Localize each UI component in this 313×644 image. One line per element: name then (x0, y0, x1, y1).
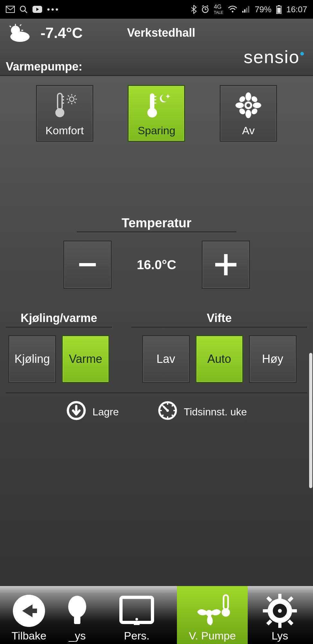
status-left: ••• (6, 5, 60, 14)
screen-icon (97, 586, 177, 630)
mail-icon (6, 6, 15, 13)
svg-rect-13 (248, 6, 249, 13)
brand-text: sensio (244, 47, 299, 67)
svg-line-7 (202, 5, 204, 6)
bottom-nav: Tilbake _ys Pers. (0, 586, 313, 644)
temperature-decrease-button[interactable] (63, 241, 112, 289)
save-icon (66, 400, 87, 423)
outside-temperature: -7.4°C (41, 24, 83, 42)
mode-comfort-button[interactable]: Komfort (36, 85, 93, 142)
clock: 16:07 (286, 5, 307, 14)
signal-icon (242, 6, 250, 13)
gear-icon (248, 586, 312, 630)
svg-line-8 (207, 5, 208, 6)
svg-point-67 (68, 596, 86, 618)
fan-thermo-icon (177, 586, 248, 630)
heat-cool-section: Kjøling/varme Kjøling Varme (6, 311, 112, 383)
svg-point-45 (235, 102, 244, 108)
mode-label: Sparing (138, 124, 175, 137)
mode-off-button[interactable]: Av (220, 85, 277, 142)
svg-rect-23 (58, 93, 62, 109)
svg-rect-83 (288, 619, 293, 625)
status-right: 4G TALE 79% 16:07 (191, 4, 307, 14)
svg-rect-15 (278, 5, 280, 6)
mode-label: Av (242, 124, 255, 137)
svg-point-47 (238, 95, 246, 103)
svg-point-38 (147, 108, 157, 118)
youtube-icon (32, 5, 42, 13)
save-button[interactable]: Lagre (66, 400, 119, 423)
svg-line-35 (68, 102, 69, 103)
fan-title: Vifte (131, 311, 307, 327)
nav-label: _ys (69, 630, 86, 642)
svg-point-65 (166, 409, 169, 412)
svg-line-21 (10, 26, 11, 27)
svg-rect-78 (263, 609, 269, 612)
svg-rect-10 (242, 11, 244, 13)
android-status-bar: ••• 4G TALE 79% 16:07 (0, 0, 313, 19)
temperature-section: Temperatur 16.0°C (6, 216, 307, 289)
schedule-label: Tidsinnst. uke (184, 406, 247, 418)
temperature-value: 16.0°C (128, 258, 186, 272)
svg-rect-11 (244, 9, 245, 13)
cooling-button[interactable]: Kjøling (8, 335, 56, 383)
svg-line-2 (25, 11, 27, 13)
svg-line-34 (74, 102, 76, 103)
fan-auto-button[interactable]: Auto (196, 335, 243, 383)
scrollbar[interactable] (309, 353, 312, 488)
battery-percent: 79% (255, 5, 272, 14)
svg-rect-0 (6, 6, 14, 13)
main-panel: Komfort Sparing (0, 75, 313, 597)
svg-rect-81 (288, 596, 293, 602)
svg-point-42 (245, 102, 251, 108)
svg-point-70 (135, 618, 138, 620)
svg-rect-37 (150, 93, 154, 109)
svg-rect-76 (278, 594, 281, 600)
bulb-icon (58, 586, 97, 630)
plus-icon (211, 250, 240, 279)
fan-low-button[interactable]: Lav (142, 335, 190, 383)
option-label: Høy (262, 352, 283, 366)
fan-high-button[interactable]: Høy (249, 335, 297, 383)
nav-light-1[interactable]: _ys (58, 586, 97, 644)
brand-logo: sensio● (244, 46, 305, 67)
svg-point-50 (250, 107, 258, 115)
search-icon (19, 5, 28, 14)
fan-off-icon (221, 86, 276, 124)
nav-heatpump[interactable]: V. Pumpe (177, 586, 248, 644)
schedule-button[interactable]: Tidsinnst. uke (157, 400, 247, 423)
net-sub: TALE (214, 10, 223, 15)
svg-line-33 (68, 95, 69, 97)
temperature-increase-button[interactable] (202, 241, 250, 289)
wifi-icon (228, 5, 237, 13)
mode-label: Komfort (45, 124, 84, 137)
option-label: Auto (207, 352, 231, 366)
svg-rect-79 (291, 609, 297, 612)
minus-icon (75, 252, 100, 278)
svg-point-49 (238, 107, 246, 115)
back-arrow-icon (0, 586, 58, 630)
svg-rect-82 (266, 619, 272, 625)
nav-light-2[interactable]: Lys (248, 586, 312, 644)
svg-rect-12 (246, 8, 247, 13)
nav-back[interactable]: Tilbake (0, 586, 58, 644)
mode-saving-button[interactable]: Sparing (128, 85, 185, 142)
svg-rect-77 (278, 622, 281, 628)
nav-label: Lys (272, 630, 288, 642)
svg-rect-68 (74, 616, 80, 624)
network-type: 4G TALE (214, 4, 223, 14)
mode-row: Komfort Sparing (6, 76, 307, 142)
svg-line-63 (172, 405, 173, 406)
heating-button[interactable]: Varme (62, 335, 109, 383)
svg-rect-73 (224, 595, 228, 609)
sub-sections: Kjøling/varme Kjøling Varme Vifte Lav Au… (6, 311, 307, 383)
nav-pers[interactable]: Pers. (97, 586, 177, 644)
svg-point-1 (20, 6, 25, 11)
option-label: Varme (69, 352, 102, 366)
svg-point-22 (10, 32, 30, 42)
heat-cool-title: Kjøling/varme (6, 311, 112, 327)
thermometer-sun-icon (37, 86, 92, 124)
gauge-icon (157, 400, 178, 423)
fan-section: Vifte Lav Auto Høy (131, 311, 307, 383)
option-label: Lav (156, 352, 175, 366)
